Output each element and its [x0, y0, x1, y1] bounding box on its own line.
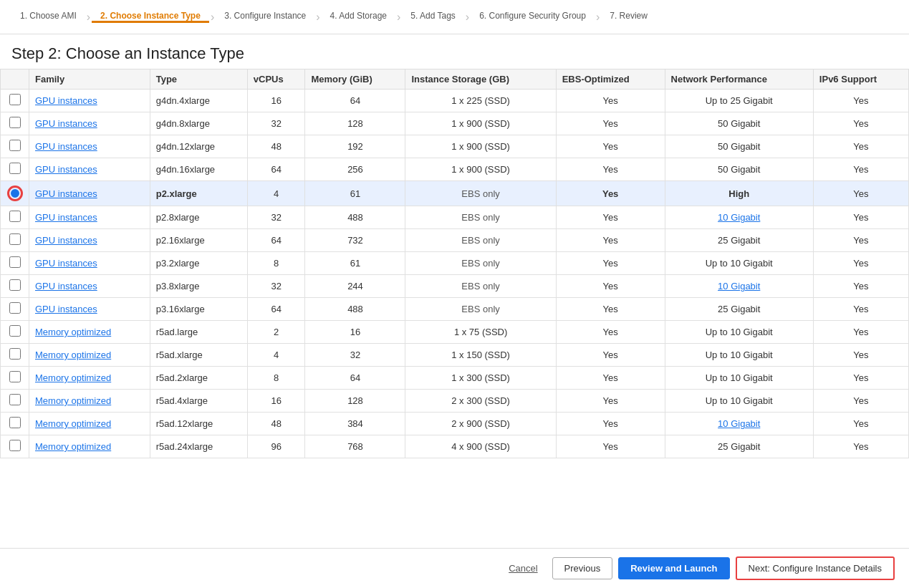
table-row[interactable]: GPU instancesp3.8xlarge32244EBS onlyYes1… — [1, 275, 909, 298]
family-cell[interactable]: GPU instances — [29, 90, 150, 112]
family-link[interactable]: Memory optimized — [35, 418, 111, 429]
row-radio-cell[interactable] — [1, 413, 29, 435]
row-checkbox[interactable] — [9, 163, 21, 174]
family-cell[interactable]: Memory optimized — [29, 435, 150, 458]
network-cell[interactable]: 10 Gigabit — [665, 275, 813, 298]
row-radio-cell[interactable] — [1, 181, 29, 206]
row-radio-cell[interactable] — [1, 90, 29, 112]
family-cell[interactable]: GPU instances — [29, 229, 150, 252]
wizard-step-separator: › — [209, 11, 216, 24]
family-link[interactable]: Memory optimized — [35, 441, 111, 452]
row-radio-cell[interactable] — [1, 367, 29, 390]
wizard-step-2[interactable]: 2. Choose Instance Type — [92, 11, 209, 23]
row-checkbox[interactable] — [9, 325, 21, 337]
table-row[interactable]: Memory optimizedr5ad.large2161 x 75 (SSD… — [1, 321, 909, 344]
row-radio-cell[interactable] — [1, 344, 29, 367]
family-link[interactable]: GPU instances — [35, 258, 97, 269]
family-link[interactable]: GPU instances — [35, 118, 97, 129]
row-radio-cell[interactable] — [1, 275, 29, 298]
family-link[interactable]: Memory optimized — [35, 327, 111, 337]
family-link[interactable]: GPU instances — [35, 235, 97, 246]
table-row[interactable]: GPU instancesp2.8xlarge32488EBS onlyYes1… — [1, 206, 909, 229]
row-checkbox[interactable] — [9, 302, 21, 314]
wizard-step-separator: › — [395, 11, 402, 24]
family-cell[interactable]: GPU instances — [29, 298, 150, 321]
row-checkbox[interactable] — [9, 140, 21, 151]
family-cell[interactable]: Memory optimized — [29, 344, 150, 367]
row-checkbox[interactable] — [9, 233, 21, 245]
family-link[interactable]: Memory optimized — [35, 350, 111, 360]
network-cell: 50 Gigabit — [665, 135, 813, 158]
family-link[interactable]: GPU instances — [35, 281, 97, 291]
row-checkbox[interactable] — [9, 371, 21, 382]
table-row[interactable]: Memory optimizedr5ad.12xlarge483842 x 90… — [1, 413, 909, 435]
family-link[interactable]: GPU instances — [35, 212, 97, 223]
family-link[interactable]: GPU instances — [35, 164, 97, 175]
family-cell[interactable]: GPU instances — [29, 135, 150, 158]
family-link[interactable]: Memory optimized — [35, 395, 111, 406]
family-link[interactable]: GPU instances — [35, 188, 97, 199]
row-checkbox[interactable] — [9, 440, 21, 451]
wizard-step-7[interactable]: 7. Review — [601, 11, 656, 23]
table-row[interactable]: GPU instancesg4dn.8xlarge321281 x 900 (S… — [1, 112, 909, 135]
wizard-step-1[interactable]: 1. Choose AMI — [11, 11, 85, 23]
family-link[interactable]: Memory optimized — [35, 372, 111, 383]
table-row[interactable]: Memory optimizedr5ad.xlarge4321 x 150 (S… — [1, 344, 909, 367]
family-cell[interactable]: Memory optimized — [29, 367, 150, 390]
row-checkbox[interactable] — [9, 211, 21, 222]
family-link[interactable]: GPU instances — [35, 95, 97, 106]
wizard-step-4[interactable]: 4. Add Storage — [322, 11, 395, 23]
family-cell[interactable]: GPU instances — [29, 112, 150, 135]
row-checkbox[interactable] — [9, 348, 21, 360]
family-cell[interactable]: Memory optimized — [29, 390, 150, 413]
family-cell[interactable]: GPU instances — [29, 252, 150, 275]
row-radio-cell[interactable] — [1, 206, 29, 229]
row-checkbox[interactable] — [9, 94, 21, 105]
table-row[interactable]: Memory optimizedr5ad.24xlarge967684 x 90… — [1, 435, 909, 458]
table-row[interactable]: GPU instancesg4dn.12xlarge481921 x 900 (… — [1, 135, 909, 158]
table-row[interactable]: GPU instancesp2.16xlarge64732EBS onlyYes… — [1, 229, 909, 252]
row-radio-cell[interactable] — [1, 135, 29, 158]
table-row[interactable]: GPU instancesp3.16xlarge64488EBS onlyYes… — [1, 298, 909, 321]
network-link[interactable]: 10 Gigabit — [718, 281, 760, 291]
column-header-7: Network Performance — [665, 69, 813, 90]
table-row[interactable]: GPU instancesg4dn.16xlarge642561 x 900 (… — [1, 158, 909, 181]
family-cell[interactable]: GPU instances — [29, 158, 150, 181]
family-link[interactable]: GPU instances — [35, 304, 97, 314]
wizard-step-6[interactable]: 6. Configure Security Group — [471, 11, 595, 23]
family-link[interactable]: GPU instances — [35, 141, 97, 152]
row-radio-cell[interactable] — [1, 158, 29, 181]
family-cell[interactable]: GPU instances — [29, 181, 150, 206]
network-cell[interactable]: 10 Gigabit — [665, 413, 813, 435]
row-checkbox[interactable] — [9, 417, 21, 428]
table-row[interactable]: GPU instancesg4dn.4xlarge16641 x 225 (SS… — [1, 90, 909, 112]
family-cell[interactable]: GPU instances — [29, 206, 150, 229]
page-title: Step 2: Choose an Instance Type — [0, 34, 909, 69]
row-radio-cell[interactable] — [1, 390, 29, 413]
network-link[interactable]: 10 Gigabit — [718, 212, 760, 223]
family-cell[interactable]: GPU instances — [29, 275, 150, 298]
table-row[interactable]: GPU instancesp2.xlarge461EBS onlyYesHigh… — [1, 181, 909, 206]
family-cell[interactable]: Memory optimized — [29, 413, 150, 435]
network-link[interactable]: 10 Gigabit — [718, 418, 760, 429]
table-row[interactable]: GPU instancesp3.2xlarge861EBS onlyYesUp … — [1, 252, 909, 275]
row-radio-cell[interactable] — [1, 112, 29, 135]
network-cell[interactable]: 10 Gigabit — [665, 206, 813, 229]
table-row[interactable]: Memory optimizedr5ad.4xlarge161282 x 300… — [1, 390, 909, 413]
row-radio-cell[interactable] — [1, 321, 29, 344]
wizard-step-5[interactable]: 5. Add Tags — [402, 11, 464, 23]
wizard-step-3[interactable]: 3. Configure Instance — [216, 11, 314, 23]
row-radio-cell[interactable] — [1, 252, 29, 275]
row-checkbox[interactable] — [9, 394, 21, 405]
row-radio-cell[interactable] — [1, 229, 29, 252]
family-cell[interactable]: Memory optimized — [29, 321, 150, 344]
table-row[interactable]: Memory optimizedr5ad.2xlarge8641 x 300 (… — [1, 367, 909, 390]
row-radio-cell[interactable] — [1, 435, 29, 458]
row-checkbox[interactable] — [9, 256, 21, 268]
row-radio-cell[interactable] — [1, 298, 29, 321]
type-cell: p2.16xlarge — [150, 229, 247, 252]
row-checkbox[interactable] — [9, 279, 21, 291]
row-checkbox[interactable] — [9, 117, 21, 128]
ipv6-cell: Yes — [813, 158, 908, 181]
network-cell: Up to 10 Gigabit — [665, 344, 813, 367]
